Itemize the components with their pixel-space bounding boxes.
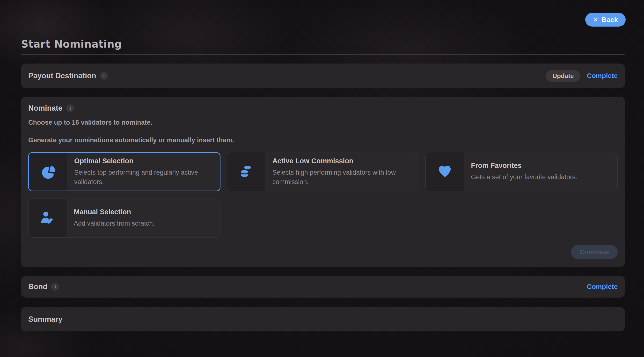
- info-icon[interactable]: i: [100, 72, 108, 80]
- close-icon: ✕: [593, 17, 598, 23]
- start-nominating-overlay: ✕ Back Start Nominating Payout Destinati…: [0, 0, 644, 357]
- method-title: Optimal Selection: [74, 157, 210, 165]
- bond-title: Bond: [28, 282, 48, 291]
- nomination-methods-grid: Optimal Selection Selects top performing…: [28, 152, 618, 238]
- heart-icon: [426, 152, 464, 191]
- info-icon[interactable]: i: [51, 283, 59, 291]
- method-description: Add validators from scratch.: [74, 219, 155, 228]
- payout-complete-badge: Complete: [587, 72, 618, 80]
- coins-icon: [227, 152, 265, 191]
- payout-destination-section: Payout Destination i Update Complete: [21, 63, 625, 88]
- update-button[interactable]: Update: [546, 70, 580, 82]
- method-description: Selects top performing and regularly act…: [74, 168, 210, 186]
- bond-section: Bond i Complete: [21, 276, 625, 298]
- bond-complete-badge: Complete: [587, 283, 618, 291]
- payout-destination-title: Payout Destination: [28, 71, 96, 80]
- method-title: Manual Selection: [74, 208, 155, 216]
- user-edit-icon: [28, 199, 66, 237]
- back-button[interactable]: ✕ Back: [585, 13, 626, 26]
- page-title: Start Nominating: [21, 38, 122, 50]
- nominate-subtitle: Choose up to 16 validators to nominate.: [28, 119, 618, 126]
- info-icon[interactable]: i: [66, 104, 74, 112]
- nominate-title: Nominate: [28, 104, 62, 113]
- nominate-section: Nominate i Choose up to 16 validators to…: [21, 97, 625, 267]
- summary-section: Summary: [21, 307, 625, 332]
- back-button-label: Back: [602, 16, 618, 24]
- method-description: Selects high performing validators with …: [272, 168, 408, 186]
- method-from-favorites[interactable]: From Favorites Gets a set of your favori…: [426, 152, 618, 191]
- method-description: Gets a set of your favorite validators.: [471, 172, 577, 182]
- method-active-low-commission[interactable]: Active Low Commission Selects high perfo…: [227, 152, 419, 191]
- pie-chart-icon: [29, 153, 67, 191]
- title-divider: [21, 54, 625, 55]
- method-manual-selection[interactable]: Manual Selection Add validators from scr…: [28, 199, 220, 238]
- continue-button[interactable]: Continue: [571, 245, 618, 259]
- method-title: Active Low Commission: [272, 157, 408, 165]
- summary-title: Summary: [28, 315, 62, 324]
- nominate-hint: Generate your nominations automatically …: [28, 136, 618, 144]
- method-optimal-selection[interactable]: Optimal Selection Selects top performing…: [28, 152, 220, 191]
- method-title: From Favorites: [471, 162, 577, 170]
